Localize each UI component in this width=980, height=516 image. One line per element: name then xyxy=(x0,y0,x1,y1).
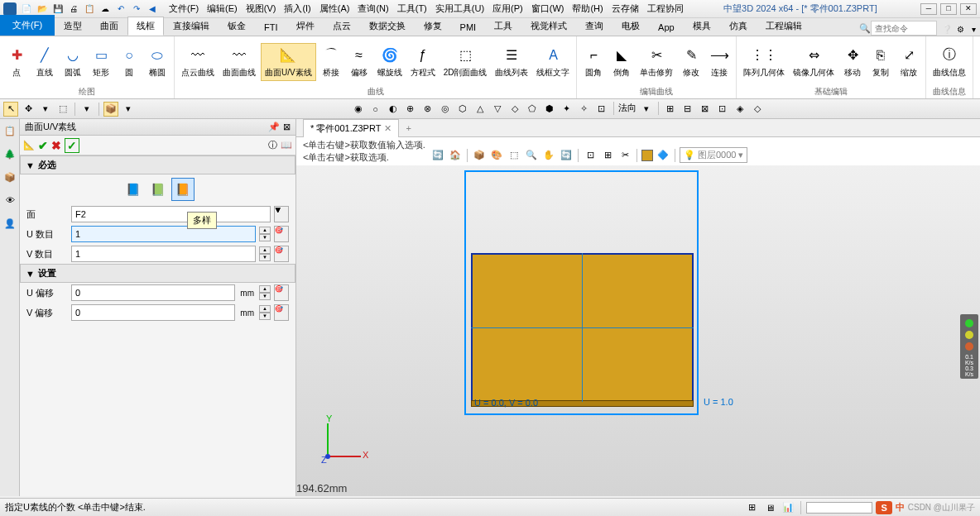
connect-button[interactable]: ⟶连接 xyxy=(706,44,733,80)
line-button[interactable]: ╱直线 xyxy=(31,44,58,80)
settings-icon[interactable]: ⚙ xyxy=(954,22,967,36)
tab-wireframe[interactable]: 线框 xyxy=(127,17,164,36)
scale-button[interactable]: ⤢缩放 xyxy=(896,44,922,80)
status-icon[interactable]: 🖥 xyxy=(762,500,777,515)
tb-icon[interactable]: ◇ xyxy=(507,102,522,117)
pattern-button[interactable]: ⋮⋮阵列几何体 xyxy=(740,44,788,80)
tab-fti[interactable]: FTI xyxy=(255,19,287,36)
vt-view-icon[interactable]: 📦 xyxy=(472,148,487,163)
tb-icon[interactable]: ◉ xyxy=(351,102,366,117)
tb-btn-2[interactable]: ✥ xyxy=(21,102,36,117)
spin-down[interactable]: ▼ xyxy=(259,293,271,300)
vt-section-icon[interactable]: ⊞ xyxy=(600,148,615,163)
fillet-button[interactable]: ⌐圆角 xyxy=(580,44,607,80)
help-icon[interactable]: ❔ xyxy=(940,22,954,36)
tb-icon[interactable]: ⊠ xyxy=(698,102,713,117)
maximize-button[interactable]: □ xyxy=(940,3,957,15)
spin-up[interactable]: ▲ xyxy=(259,285,271,293)
copy-icon[interactable]: 📋 xyxy=(83,2,96,16)
ok-button[interactable]: ✔ xyxy=(38,139,48,152)
uvcurve-button[interactable]: 📐曲面U/V素线 xyxy=(261,43,316,81)
tb-icon[interactable]: ✧ xyxy=(577,102,592,117)
vt-fit-icon[interactable]: ⊡ xyxy=(583,148,598,163)
section2d-button[interactable]: ⬚2D剖面曲线 xyxy=(440,44,491,80)
tb-icon[interactable]: ⊗ xyxy=(420,102,435,117)
sb-history-icon[interactable]: 📋 xyxy=(2,122,18,139)
panel-pin-icon[interactable]: 📌 xyxy=(268,122,280,132)
minimize-button[interactable]: ─ xyxy=(920,3,937,15)
voffset-input[interactable] xyxy=(71,304,235,321)
tab-sheet-metal[interactable]: 钣金 xyxy=(219,17,255,36)
cursor-icon[interactable]: ↖ xyxy=(3,102,18,117)
panel-info-icon[interactable]: ⓘ xyxy=(268,139,277,151)
menu-cloud[interactable]: 云存储 xyxy=(608,1,642,17)
spiral-button[interactable]: 🌀螺旋线 xyxy=(374,44,406,80)
tb-btn-3[interactable]: ▾ xyxy=(38,102,53,117)
menu-view[interactable]: 视图(V) xyxy=(243,1,280,17)
ptcurve-button[interactable]: 〰点云曲线 xyxy=(178,44,218,80)
menu-tools[interactable]: 工具(T) xyxy=(394,1,430,17)
undo-icon[interactable]: ↶ xyxy=(114,2,127,16)
close-button[interactable]: ✕ xyxy=(960,3,977,15)
tab-tool[interactable]: 工具 xyxy=(485,17,521,36)
tb-icon[interactable]: ◐ xyxy=(386,102,401,117)
tb-icon[interactable]: ⬡ xyxy=(455,102,470,117)
3d-viewport[interactable]: U = 1.0 U = 0.0, V = 0.0 Y X Z 194.62mm xyxy=(296,165,980,496)
spin-down[interactable]: ▼ xyxy=(259,313,271,320)
mode-v-icon[interactable]: 📙 xyxy=(171,178,195,201)
circle-button[interactable]: ○圆 xyxy=(116,44,142,80)
vt-material-icon[interactable]: 🔷 xyxy=(656,148,670,163)
menu-app[interactable]: 应用(P) xyxy=(489,1,526,17)
tb-btn-5[interactable]: ▾ xyxy=(79,102,94,117)
sb-tree-icon[interactable]: 🌲 xyxy=(2,146,18,162)
uoffset-menu[interactable]: 🎯 xyxy=(274,284,289,301)
status-input[interactable] xyxy=(806,502,872,514)
tb-icon[interactable]: ⬠ xyxy=(525,102,540,117)
modify-button[interactable]: ✎修改 xyxy=(678,44,704,80)
vt-home-icon[interactable]: 🏠 xyxy=(448,148,463,163)
tb-icon[interactable]: ⬢ xyxy=(542,102,557,117)
apply-button[interactable]: ✓ xyxy=(65,138,79,153)
layer-selector[interactable]: 💡 图层0000 ▾ xyxy=(680,147,747,163)
dir-dropdown[interactable]: ▾ xyxy=(639,102,654,117)
mode-uv-icon[interactable]: 📘 xyxy=(122,178,145,201)
arc-button[interactable]: ◡圆弧 xyxy=(60,44,86,80)
redo-icon[interactable]: ↷ xyxy=(130,2,143,16)
tb-icon[interactable]: ◎ xyxy=(438,102,453,117)
spin-down[interactable]: ▼ xyxy=(259,254,271,261)
tab-file[interactable]: 文件(F) xyxy=(0,15,55,36)
tab-sim[interactable]: 仿真 xyxy=(720,17,757,36)
vcount-input[interactable] xyxy=(71,246,256,262)
spin-down[interactable]: ▼ xyxy=(259,234,271,241)
curveinfo-button[interactable]: ⓘ曲线信息 xyxy=(930,44,969,80)
status-icon[interactable]: ⊞ xyxy=(744,500,759,515)
axis-gizmo[interactable]: Y X Z xyxy=(319,415,369,465)
cloud-icon[interactable]: ☁ xyxy=(98,2,112,16)
status-icon[interactable]: 📊 xyxy=(781,500,795,515)
vt-refresh-icon[interactable]: 🔄 xyxy=(430,148,445,163)
face-picker-button[interactable]: ⯆ xyxy=(274,206,289,222)
tb-btn-6[interactable]: 📦 xyxy=(103,102,118,117)
menu-query[interactable]: 查询(N) xyxy=(354,1,392,17)
menu-edit[interactable]: 编辑(E) xyxy=(204,1,241,17)
tab-repair[interactable]: 修复 xyxy=(415,17,451,36)
menu-attr[interactable]: 属性(A) xyxy=(316,1,353,17)
new-icon[interactable]: 📄 xyxy=(20,2,33,16)
clicktrim-button[interactable]: ✂单击修剪 xyxy=(637,44,676,80)
tab-visual[interactable]: 视觉样式 xyxy=(521,17,576,36)
vt-pan-icon[interactable]: ✋ xyxy=(541,148,556,163)
menu-file[interactable]: 文件(F) xyxy=(166,1,202,17)
menu-collab[interactable]: 工程协同 xyxy=(644,1,687,17)
tab-electrode[interactable]: 电极 xyxy=(612,17,649,36)
section-settings[interactable]: ▼ 设置 xyxy=(20,264,295,283)
section-required[interactable]: ▼ 必选 xyxy=(20,155,295,174)
tab-surface[interactable]: 曲面 xyxy=(91,17,127,36)
menu-util[interactable]: 实用工具(U) xyxy=(432,1,488,17)
tb-icon[interactable]: ◈ xyxy=(733,102,747,117)
document-tab[interactable]: * 零件001.Z3PRT ✕ xyxy=(303,119,399,137)
mirror-button[interactable]: ⇔镜像几何体 xyxy=(790,44,838,80)
voffset-menu[interactable]: 🎯 xyxy=(274,304,289,321)
spin-up[interactable]: ▲ xyxy=(259,246,271,254)
back-icon[interactable]: ◀ xyxy=(146,2,159,16)
tab-pmi[interactable]: PMI xyxy=(451,19,486,36)
